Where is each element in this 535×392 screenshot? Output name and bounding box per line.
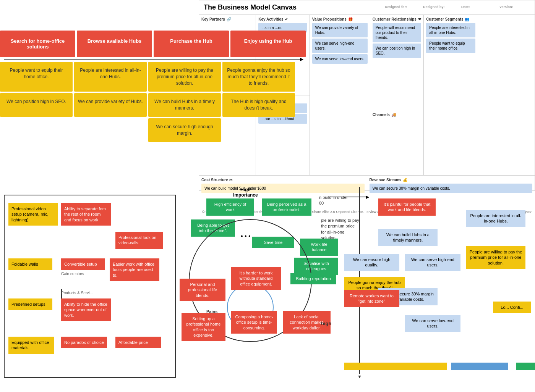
row2-col4: The Hub is high quality and doesn't brea…: [222, 93, 295, 117]
step-enjoy: Enjoy using the Hub: [230, 31, 306, 57]
row2-col1: We can position high in SEO.: [0, 93, 73, 117]
value-propositions-icon: 🎁: [348, 17, 353, 21]
note-no-paradox: No paradox of choice: [61, 337, 107, 348]
row2-col2: We can provide variety of Hubs.: [74, 93, 147, 117]
bmc-meta: Designed for: Designed by: Date: Version…: [385, 5, 530, 10]
note-being-perceived: Being perceived as a professionalist.: [262, 198, 311, 216]
key-activities-label: Key Activities: [258, 17, 283, 21]
rn-build-hubs-timely: We can build Hubs in a timely manners.: [378, 229, 438, 246]
row3-spacer2: [74, 118, 147, 142]
note-harder-work: It's harder to work withouta standard of…: [231, 267, 281, 290]
row3-spacer1: [0, 118, 73, 142]
row2-col3: We can build Hubs in a timely manners.: [148, 93, 221, 117]
arrow-line: ▶: [4, 59, 302, 60]
bmc-value-propositions: Value Propositions 🎁 We can provide vari…: [310, 15, 370, 175]
cost-structure-header: Cost Structure ✂: [201, 178, 365, 182]
value-propositions-label: Value Propositions: [312, 17, 347, 21]
note-affordable-price: Affordable price: [115, 337, 161, 348]
right-notes-area: ▶ ▼ It's painful for people that work an…: [340, 187, 535, 378]
rn-painful: It's painful for people that work and li…: [378, 198, 436, 216]
cs-icon: 👥: [465, 17, 469, 21]
step-purchase: Purchase the Hub: [154, 31, 229, 57]
partial-text-high: high: [321, 321, 331, 326]
green-bar-bottom: [516, 363, 535, 370]
key-activities-header: Key Activities ✔: [258, 17, 307, 21]
step-search: Search for home-office solutions: [0, 31, 75, 57]
channels-header: Channels 🚚: [373, 113, 421, 117]
note-composing-homeoffice: Composing a home-office setup is time-co…: [231, 311, 277, 334]
bmc-customer-segments: Customer Segments 👥 People are intereste…: [424, 15, 477, 175]
note-predefined-setups: Predefined setups: [8, 298, 52, 310]
key-partners-icon: 🔗: [227, 17, 231, 21]
gain-creators-label: Gain creators: [61, 272, 84, 276]
note-building-rep: Building reputation: [290, 273, 336, 284]
note-ability-hide: Ability to hide the office space wheneve…: [61, 298, 111, 321]
note-high-efficiency: High efficiency of work: [206, 198, 254, 216]
designed-by-label: Designed by:: [423, 5, 454, 9]
row1-col3: People are willing to pay the premium pr…: [148, 62, 221, 92]
key-activities-icon: ✔: [285, 17, 288, 21]
key-partners-label: Key Partners: [201, 17, 225, 21]
journey-steps-row: Search for home-office solutions Browse …: [0, 31, 306, 57]
bmc-cr-ch-col: Customer Relationships ❤ People will rec…: [370, 15, 424, 175]
axis-arrow-down: ▼: [357, 374, 362, 379]
note-easier-work: Easier work with office tools people are…: [110, 258, 159, 281]
row3-col3: We can secure high enough margin.: [148, 118, 221, 142]
note-setup-expensive: Setting up a professional home office is…: [182, 313, 225, 341]
rs-label: Revenue Streams: [370, 178, 402, 182]
note-professional-video: Professional video setup (camera, mic, l…: [8, 203, 58, 226]
version-field: Version:: [499, 5, 530, 10]
bmc-channels: Channels 🚚: [370, 110, 423, 175]
designed-by-field: Designed by:: [423, 5, 454, 10]
channels-label: Channels: [373, 113, 390, 117]
rn-remote-zone: Remote workes want to "get into zone": [344, 290, 399, 307]
bmc-title-bar: The Business Model Canvas Designed for: …: [199, 0, 535, 15]
value-proposition-canvas: HighImportance High efficiency of work B…: [176, 187, 340, 382]
journey-row1: People want to equip their home office. …: [0, 62, 306, 92]
customer-journey-map: Search for home-office solutions Browse …: [0, 31, 306, 144]
partial-text-build: n build in under 00: [319, 195, 350, 206]
date-field: Date:: [461, 5, 492, 10]
note-foldable-walls: Foldable walls: [8, 258, 52, 270]
rn-low-end-users: We can serve low-end users.: [405, 315, 460, 332]
high-importance-label: HighImportance: [233, 187, 258, 198]
cr-note-1: People will recommend our product to the…: [373, 23, 421, 42]
note-ability-separate: Ability to separate fom the rest of the …: [61, 203, 111, 226]
rn-willing-pay: People are willing to pay the premium pr…: [466, 246, 525, 269]
row1-col2: People are interested in all-in-one Hubs…: [74, 62, 147, 92]
note-convertible-setup: Convertible setup: [61, 258, 105, 270]
bmc-customer-relationships: Customer Relationships ❤ People will rec…: [370, 15, 423, 110]
cost-structure-icon: ✂: [229, 178, 232, 182]
blue-bar-bottom: [451, 363, 508, 370]
version-label: Version:: [499, 5, 530, 9]
cr-icon: ❤: [418, 17, 421, 21]
row1-col1: People want to equip their home office.: [0, 62, 73, 92]
sticky-board-left: Professional video setup (camera, mic, l…: [4, 195, 176, 378]
vp-note-2: We can serve high-end users.: [312, 39, 368, 53]
channels-icon: 🚚: [391, 113, 396, 117]
cs-note-2: People want to equip their home office.: [426, 39, 475, 53]
cr-label: Customer Relationships: [373, 17, 417, 21]
bmc-title-text: The Business Model Canvas: [204, 3, 297, 11]
vp-note-3: We can serve low-end users.: [312, 54, 368, 64]
rn-ensure-quality: We can ensure high quality.: [344, 254, 399, 271]
cr-note-2: We can position high in SEO.: [373, 44, 421, 58]
main-canvas: The Business Model Canvas Designed for: …: [0, 0, 535, 392]
rn-interested-hubs: People are interested in all-in-one Hubs…: [466, 210, 525, 227]
row1-col4: People gonna enjoy the hub so much that …: [222, 62, 295, 92]
revenue-streams-header: Revenue Streams 💰: [370, 178, 533, 182]
date-label: Date:: [461, 5, 492, 9]
note-equipped: Equipped with office materials: [8, 337, 54, 354]
journey-row2: We can position high in SEO. We can prov…: [0, 93, 306, 117]
arrow-head: ▶: [300, 56, 303, 62]
value-propositions-header: Value Propositions 🎁: [312, 17, 368, 21]
journey-row3: We can secure high enough margin.: [0, 118, 306, 142]
cs-note-1: People are interested in all-in-one Hubs…: [426, 23, 475, 37]
yellow-bar-bottom: [344, 363, 447, 370]
partial-text-willing: ple are willing to pay the premium price…: [321, 218, 359, 241]
key-partners-header: Key Partners 🔗: [201, 17, 253, 21]
products-label: Products & Servi...: [61, 291, 93, 295]
note-personal-life-blends: Personal and professional life blends.: [180, 279, 225, 301]
note-professional-look: Professional look on video-calls: [115, 232, 163, 249]
cs-label: Customer Segments: [426, 17, 463, 21]
